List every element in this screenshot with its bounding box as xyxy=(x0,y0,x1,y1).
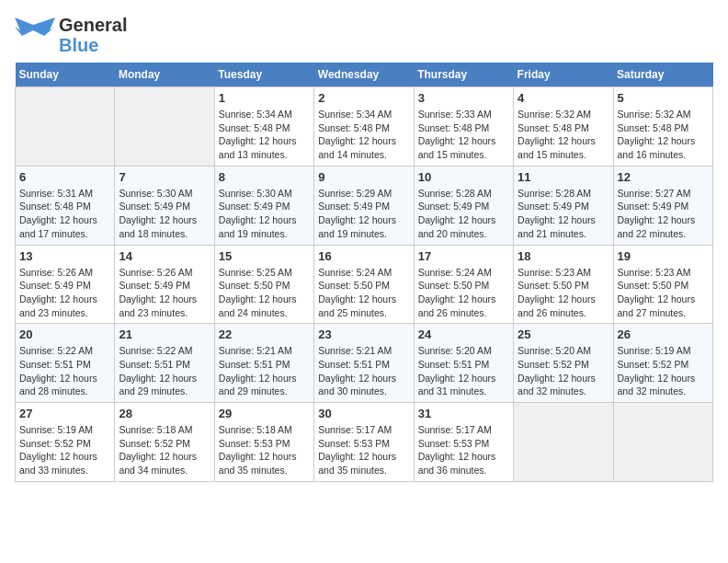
day-info: Sunrise: 5:19 AMSunset: 5:52 PMDaylight:… xyxy=(19,423,110,477)
logo-text-general: General xyxy=(59,15,127,35)
day-info: Sunrise: 5:30 AMSunset: 5:49 PMDaylight:… xyxy=(119,187,210,241)
day-info: Sunrise: 5:25 AMSunset: 5:50 PMDaylight:… xyxy=(219,266,310,320)
calendar-cell: 17Sunrise: 5:24 AMSunset: 5:50 PMDayligh… xyxy=(414,245,513,324)
calendar-cell: 8Sunrise: 5:30 AMSunset: 5:49 PMDaylight… xyxy=(214,166,313,245)
day-info: Sunrise: 5:34 AMSunset: 5:48 PMDaylight:… xyxy=(219,108,310,162)
calendar-week-row: 6Sunrise: 5:31 AMSunset: 5:48 PMDaylight… xyxy=(16,166,713,245)
calendar-cell: 4Sunrise: 5:32 AMSunset: 5:48 PMDaylight… xyxy=(514,87,613,167)
day-info: Sunrise: 5:22 AMSunset: 5:51 PMDaylight:… xyxy=(119,344,210,398)
logo-text-blue: Blue xyxy=(59,35,127,55)
day-number: 15 xyxy=(219,249,310,263)
day-info: Sunrise: 5:22 AMSunset: 5:51 PMDaylight:… xyxy=(19,344,110,398)
day-number: 1 xyxy=(219,91,310,105)
day-header-thursday: Thursday xyxy=(414,63,513,87)
logo: General Blue xyxy=(15,15,127,55)
calendar-cell: 23Sunrise: 5:21 AMSunset: 5:51 PMDayligh… xyxy=(314,324,414,403)
calendar-cell: 16Sunrise: 5:24 AMSunset: 5:50 PMDayligh… xyxy=(314,245,414,324)
calendar-cell: 1Sunrise: 5:34 AMSunset: 5:48 PMDaylight… xyxy=(214,87,313,167)
calendar-cell xyxy=(514,403,613,482)
day-number: 26 xyxy=(618,327,709,341)
day-number: 10 xyxy=(418,170,509,184)
day-header-saturday: Saturday xyxy=(613,63,712,87)
calendar-cell: 28Sunrise: 5:18 AMSunset: 5:52 PMDayligh… xyxy=(115,403,214,482)
day-number: 17 xyxy=(418,249,509,263)
day-number: 14 xyxy=(119,249,210,263)
day-number: 12 xyxy=(618,170,709,184)
calendar-header-row: SundayMondayTuesdayWednesdayThursdayFrid… xyxy=(16,63,713,87)
calendar-cell: 9Sunrise: 5:29 AMSunset: 5:49 PMDaylight… xyxy=(314,166,414,245)
calendar-cell: 22Sunrise: 5:21 AMSunset: 5:51 PMDayligh… xyxy=(214,324,313,403)
day-info: Sunrise: 5:34 AMSunset: 5:48 PMDaylight:… xyxy=(318,108,409,162)
day-info: Sunrise: 5:23 AMSunset: 5:50 PMDaylight:… xyxy=(618,266,709,320)
calendar-cell: 31Sunrise: 5:17 AMSunset: 5:53 PMDayligh… xyxy=(414,403,513,482)
day-info: Sunrise: 5:19 AMSunset: 5:52 PMDaylight:… xyxy=(618,344,709,398)
calendar-cell: 26Sunrise: 5:19 AMSunset: 5:52 PMDayligh… xyxy=(613,324,712,403)
day-info: Sunrise: 5:21 AMSunset: 5:51 PMDaylight:… xyxy=(219,344,310,398)
day-header-monday: Monday xyxy=(115,63,214,87)
day-number: 11 xyxy=(518,170,609,184)
calendar-cell: 30Sunrise: 5:17 AMSunset: 5:53 PMDayligh… xyxy=(314,403,414,482)
day-number: 8 xyxy=(219,170,310,184)
day-info: Sunrise: 5:21 AMSunset: 5:51 PMDaylight:… xyxy=(318,344,409,398)
day-number: 27 xyxy=(19,407,110,420)
calendar-cell: 10Sunrise: 5:28 AMSunset: 5:49 PMDayligh… xyxy=(414,166,513,245)
calendar-cell: 6Sunrise: 5:31 AMSunset: 5:48 PMDaylight… xyxy=(16,166,115,245)
calendar-cell: 7Sunrise: 5:30 AMSunset: 5:49 PMDaylight… xyxy=(115,166,214,245)
day-info: Sunrise: 5:27 AMSunset: 5:49 PMDaylight:… xyxy=(618,187,709,241)
day-number: 20 xyxy=(19,327,110,341)
day-info: Sunrise: 5:26 AMSunset: 5:49 PMDaylight:… xyxy=(19,266,110,320)
calendar-cell: 18Sunrise: 5:23 AMSunset: 5:50 PMDayligh… xyxy=(514,245,613,324)
day-info: Sunrise: 5:18 AMSunset: 5:52 PMDaylight:… xyxy=(119,423,210,477)
day-info: Sunrise: 5:32 AMSunset: 5:48 PMDaylight:… xyxy=(618,108,709,162)
calendar-cell: 2Sunrise: 5:34 AMSunset: 5:48 PMDaylight… xyxy=(314,87,414,167)
day-info: Sunrise: 5:31 AMSunset: 5:48 PMDaylight:… xyxy=(19,187,110,241)
day-header-tuesday: Tuesday xyxy=(214,63,313,87)
day-info: Sunrise: 5:30 AMSunset: 5:49 PMDaylight:… xyxy=(219,187,310,241)
calendar-table: SundayMondayTuesdayWednesdayThursdayFrid… xyxy=(15,63,713,482)
day-number: 16 xyxy=(318,249,409,263)
day-info: Sunrise: 5:28 AMSunset: 5:49 PMDaylight:… xyxy=(518,187,609,241)
calendar-week-row: 27Sunrise: 5:19 AMSunset: 5:52 PMDayligh… xyxy=(16,403,713,482)
day-number: 30 xyxy=(318,407,409,420)
calendar-cell xyxy=(613,403,712,482)
day-header-friday: Friday xyxy=(514,63,613,87)
day-number: 25 xyxy=(518,327,609,341)
day-info: Sunrise: 5:28 AMSunset: 5:49 PMDaylight:… xyxy=(418,187,509,241)
day-info: Sunrise: 5:17 AMSunset: 5:53 PMDaylight:… xyxy=(318,423,409,477)
calendar-cell: 13Sunrise: 5:26 AMSunset: 5:49 PMDayligh… xyxy=(16,245,115,324)
day-info: Sunrise: 5:29 AMSunset: 5:49 PMDaylight:… xyxy=(318,187,409,241)
calendar-week-row: 1Sunrise: 5:34 AMSunset: 5:48 PMDaylight… xyxy=(16,87,713,167)
page-header: General Blue xyxy=(15,15,713,55)
calendar-cell: 3Sunrise: 5:33 AMSunset: 5:48 PMDaylight… xyxy=(414,87,513,167)
svg-marker-0 xyxy=(15,17,55,36)
day-number: 18 xyxy=(518,249,609,263)
day-header-sunday: Sunday xyxy=(16,63,115,87)
calendar-cell: 29Sunrise: 5:18 AMSunset: 5:53 PMDayligh… xyxy=(214,403,313,482)
calendar-cell: 14Sunrise: 5:26 AMSunset: 5:49 PMDayligh… xyxy=(115,245,214,324)
calendar-cell: 12Sunrise: 5:27 AMSunset: 5:49 PMDayligh… xyxy=(613,166,712,245)
day-number: 29 xyxy=(219,407,310,420)
calendar-cell: 24Sunrise: 5:20 AMSunset: 5:51 PMDayligh… xyxy=(414,324,513,403)
day-number: 9 xyxy=(318,170,409,184)
day-info: Sunrise: 5:24 AMSunset: 5:50 PMDaylight:… xyxy=(318,266,409,320)
calendar-cell xyxy=(16,87,115,167)
day-info: Sunrise: 5:26 AMSunset: 5:49 PMDaylight:… xyxy=(119,266,210,320)
day-info: Sunrise: 5:17 AMSunset: 5:53 PMDaylight:… xyxy=(418,423,509,477)
calendar-cell: 20Sunrise: 5:22 AMSunset: 5:51 PMDayligh… xyxy=(16,324,115,403)
day-info: Sunrise: 5:33 AMSunset: 5:48 PMDaylight:… xyxy=(418,108,509,162)
day-number: 3 xyxy=(418,91,509,105)
day-number: 21 xyxy=(119,327,210,341)
day-number: 31 xyxy=(418,407,509,420)
calendar-cell: 5Sunrise: 5:32 AMSunset: 5:48 PMDaylight… xyxy=(613,87,712,167)
calendar-cell: 27Sunrise: 5:19 AMSunset: 5:52 PMDayligh… xyxy=(16,403,115,482)
day-number: 22 xyxy=(219,327,310,341)
day-number: 4 xyxy=(518,91,609,105)
calendar-week-row: 20Sunrise: 5:22 AMSunset: 5:51 PMDayligh… xyxy=(16,324,713,403)
day-number: 7 xyxy=(119,170,210,184)
day-info: Sunrise: 5:32 AMSunset: 5:48 PMDaylight:… xyxy=(518,108,609,162)
day-info: Sunrise: 5:23 AMSunset: 5:50 PMDaylight:… xyxy=(518,266,609,320)
day-info: Sunrise: 5:20 AMSunset: 5:51 PMDaylight:… xyxy=(418,344,509,398)
day-number: 13 xyxy=(19,249,110,263)
day-number: 5 xyxy=(618,91,709,105)
calendar-cell: 15Sunrise: 5:25 AMSunset: 5:50 PMDayligh… xyxy=(214,245,313,324)
